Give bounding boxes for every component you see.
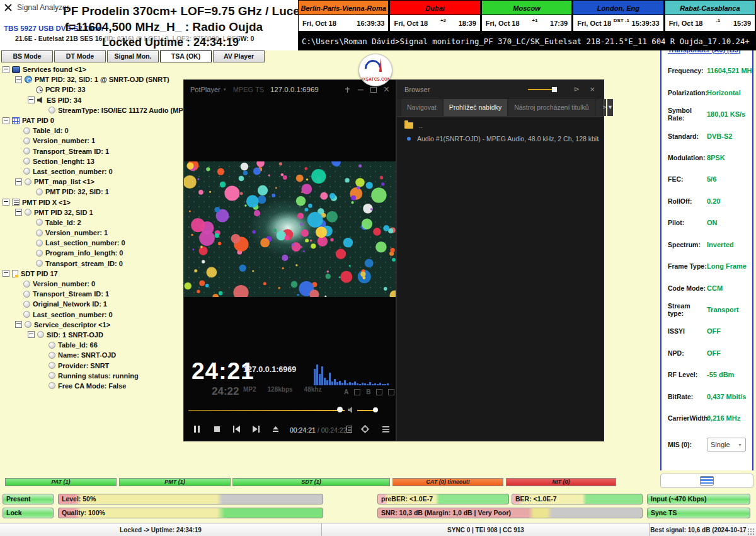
previous-button[interactable]	[232, 425, 241, 433]
pin-icon[interactable]: ⊳	[574, 85, 580, 93]
tree-item[interactable]: Transport_stream_ID: 0	[0, 259, 183, 269]
tree-item[interactable]: ES PID: 34	[0, 95, 183, 105]
tree-item[interactable]: Running status: running	[0, 371, 183, 381]
tab-tsa-ok[interactable]: TSA (OK)	[160, 50, 212, 62]
pin-icon[interactable]	[344, 86, 351, 93]
tree-item[interactable]: Section_lenght: 13	[0, 156, 183, 166]
tab-dt-mode[interactable]: DT Mode	[54, 50, 106, 62]
maximize-icon[interactable]	[370, 87, 377, 93]
transponder-row: Spectrum:Inverted	[662, 234, 752, 255]
playlist-button[interactable]	[345, 425, 353, 433]
seek-bar[interactable]	[188, 410, 345, 411]
tree-item[interactable]: Name: SNRT-OJD	[0, 350, 183, 360]
tree-item[interactable]: Original_Network ID: 1	[0, 299, 183, 309]
tree-item[interactable]: Version_number: 0	[0, 279, 183, 289]
header-locked-uptime: Locked Uptime : 24:34:19	[102, 36, 239, 49]
browser-title: Browser	[404, 86, 430, 93]
loop-button[interactable]	[376, 389, 382, 395]
chevron-right-button[interactable]: >	[603, 99, 606, 116]
tree-item[interactable]: Last_section_number: 0	[0, 166, 183, 177]
tree-expand-box[interactable]	[15, 178, 22, 185]
tree-item[interactable]: PCR PID: 33	[0, 84, 183, 95]
browser-titlebar[interactable]: Browser ⊳ ×	[397, 80, 604, 99]
volume-handle[interactable]	[373, 407, 378, 412]
opacity-slider-handle[interactable]	[552, 87, 557, 92]
window-titlebar[interactable]: Signal Analyzer	[4, 3, 69, 12]
close-icon[interactable]: ×	[590, 84, 595, 94]
tree-item[interactable]: PAT PID 0	[0, 115, 183, 125]
dot-icon	[25, 209, 32, 216]
tree-item[interactable]: SDT PID 17	[0, 269, 183, 279]
browser-tab-n-stroj-proch-zen-titulk[interactable]: Nástroj procházení titulků	[508, 99, 594, 116]
tab-bs-mode[interactable]: BS Mode	[1, 50, 53, 62]
tree-item-label: PMT_map_list <1>	[34, 178, 94, 185]
dot-icon	[23, 301, 30, 308]
transponder-title: Transponder (A0) [B5]	[668, 50, 752, 54]
tree-expand-box[interactable]	[3, 66, 9, 73]
tab-av-player[interactable]: AV Player	[213, 50, 265, 62]
tree-expand-box[interactable]	[3, 270, 9, 277]
volume-icon[interactable]	[348, 406, 355, 414]
tree-item[interactable]: Transport_Stream ID: 1	[0, 289, 183, 299]
tree-item[interactable]: Last_section_number: 0	[0, 238, 183, 248]
pause-button[interactable]	[193, 425, 201, 433]
transponder-row-label: ISSYI	[668, 327, 707, 335]
tree-item-label: Services found <1>	[23, 66, 86, 73]
tree-item[interactable]: Table_Id: 2	[0, 218, 183, 228]
tree-expand-box[interactable]	[3, 199, 9, 206]
browser-tab-navigovat[interactable]: Navigovat	[401, 99, 442, 116]
stop-button[interactable]	[213, 425, 221, 433]
tree-item[interactable]: Free CA Mode: False	[0, 381, 183, 391]
fullscreen-button[interactable]	[388, 389, 394, 395]
ab-b-button[interactable]: B	[366, 388, 370, 395]
tree-item[interactable]: Last_section_number: 0	[0, 310, 183, 320]
tree-item[interactable]: PMT PID: 32, SID: 1 @ SNRT-OJD (SNRT)	[0, 74, 183, 84]
snapshot-button[interactable]	[354, 389, 360, 395]
browser-tab-online-titulky[interactable]: Online titulky	[596, 99, 602, 116]
tree-item[interactable]: PMT PID 32, SID 1	[0, 207, 183, 218]
tree-item[interactable]: PMT PID X <1>	[0, 197, 183, 207]
resize-grip[interactable]	[747, 528, 755, 535]
tree-item[interactable]: Table_Id: 0	[0, 125, 183, 136]
tree-item[interactable]: Program_info_length: 0	[0, 248, 183, 258]
settings-gear-icon[interactable]	[361, 425, 369, 433]
potplayer-menu-button[interactable]: PotPlayer▼	[190, 86, 227, 93]
tree-item[interactable]: Table_Id: 66	[0, 340, 183, 350]
tree-item[interactable]: Service_descriptor <1>	[0, 320, 183, 330]
mis-select[interactable]: Single ▼	[707, 438, 746, 452]
browser-tab-prohl-e-nab-dky[interactable]: Prohlížeč nabídky	[444, 99, 507, 116]
list-item-audio-track[interactable]: Audio #1(SNRT-OJD) - MPEG Audio, 48.0 kH…	[407, 135, 599, 143]
tree-expand-box[interactable]	[15, 209, 22, 216]
tree-item[interactable]: Version_number: 1	[0, 228, 183, 238]
level-meter: Level: 50%	[58, 494, 323, 504]
seek-handle[interactable]	[337, 407, 343, 412]
tree-expand-box[interactable]	[28, 331, 35, 338]
clock-time-value: 17:39	[550, 20, 568, 27]
chevron-down-button[interactable]: ▼	[607, 99, 613, 116]
tree-item[interactable]: Version_number: 1	[0, 136, 183, 146]
tree-item[interactable]: Provider: SNRT	[0, 360, 183, 370]
tree-expand-box[interactable]	[3, 117, 9, 124]
tree-item[interactable]: SID: 1 SNRT-OJD	[0, 330, 183, 340]
tree-expand-box[interactable]	[15, 76, 22, 83]
next-button[interactable]	[252, 425, 260, 433]
tree-item[interactable]: Services found <1>	[0, 64, 183, 74]
tree-expand-box[interactable]	[15, 321, 22, 328]
video-area[interactable]	[184, 161, 396, 297]
parent-folder-row[interactable]: ..	[404, 122, 423, 129]
dxsatcs-logo: DXSATCS.COM	[358, 54, 392, 86]
ab-a-button[interactable]: A	[344, 388, 348, 395]
tree-item[interactable]: StreamType: ISO/IEC 11172 Audio (MPEG-1)…	[0, 105, 183, 115]
status-bar: Locked -> Uptime: 24:34:19 SYNC 0 | TEI …	[0, 523, 756, 536]
tree-item[interactable]: PMT PID: 32, SID: 1	[0, 187, 183, 197]
eject-button[interactable]	[272, 425, 280, 433]
transponder-panel: Transponder (A0) [B5] Frequency:11604,52…	[660, 50, 753, 470]
page-icon	[12, 270, 18, 277]
tab-signal-mon[interactable]: Signal Mon.	[107, 50, 159, 62]
tree-item-label: Running status: running	[58, 372, 139, 380]
dot-icon	[25, 321, 32, 328]
tree-expand-box[interactable]	[28, 96, 35, 103]
tree-item[interactable]: Transport_Stream ID: 1	[0, 146, 183, 156]
menu-icon[interactable]	[382, 425, 390, 433]
tree-item[interactable]: PMT_map_list <1>	[0, 177, 183, 187]
